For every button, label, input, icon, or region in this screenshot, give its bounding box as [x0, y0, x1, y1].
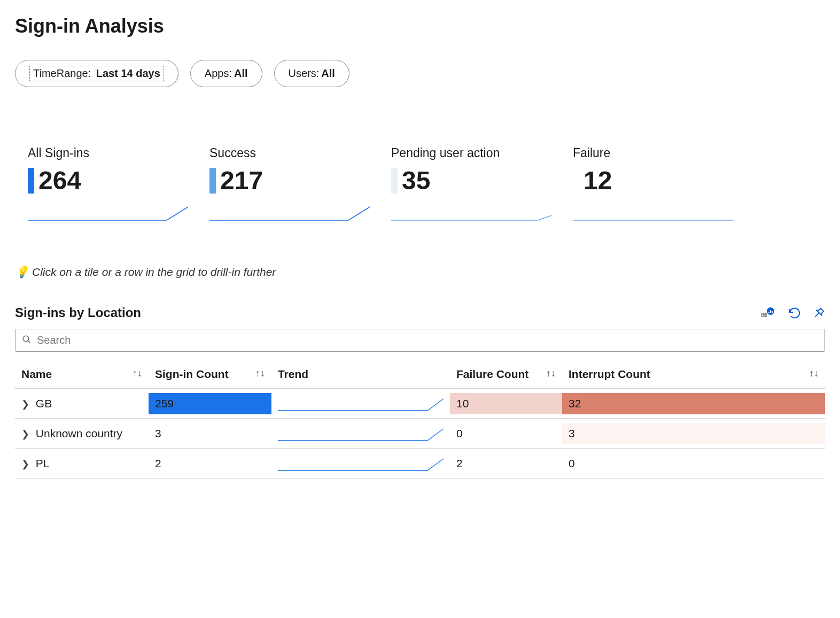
- svg-rect-4: [763, 315, 765, 317]
- hint-row: 💡 Click on a tile or a row in the grid t…: [15, 266, 825, 279]
- filter-users-value: All: [321, 67, 335, 80]
- tile-bar-icon: [209, 168, 216, 194]
- svg-line-11: [28, 341, 30, 343]
- filter-bar: TimeRange: Last 14 days Apps: All Users:…: [15, 60, 825, 87]
- lightbulb-icon: 💡: [15, 266, 29, 279]
- filter-apps-label: Apps:: [205, 67, 232, 80]
- filter-timerange-label: TimeRange:: [33, 67, 91, 79]
- tile-bar-icon: [391, 168, 398, 194]
- hint-text: Click on a tile or a row in the grid to …: [32, 266, 276, 279]
- cell-interrupt-count: 0: [562, 449, 825, 478]
- filter-apps[interactable]: Apps: All: [190, 60, 262, 87]
- tile-label: All Sign-ins: [28, 146, 188, 160]
- tile-value: 264: [38, 166, 81, 195]
- cell-trend: [271, 389, 450, 419]
- tile-failure[interactable]: Failure 12: [573, 146, 733, 223]
- table-row[interactable]: ❯ PL220: [15, 449, 825, 478]
- insights-icon[interactable]: [761, 307, 775, 319]
- cell-failure-count: 2: [450, 449, 562, 478]
- svg-rect-8: [770, 310, 771, 313]
- cell-trend: [271, 449, 450, 478]
- chevron-right-icon[interactable]: ❯: [21, 459, 29, 469]
- sparkline-icon: [209, 206, 370, 221]
- filter-timerange-value: Last 14 days: [96, 67, 160, 79]
- tile-success[interactable]: Success 217: [209, 146, 370, 223]
- cell-signin-count: 3: [149, 419, 271, 449]
- filter-users-label: Users:: [289, 67, 320, 80]
- undo-icon[interactable]: [788, 306, 800, 319]
- col-interrupt-count[interactable]: Interrupt Count ↑↓: [562, 360, 825, 389]
- cell-failure-count: 10: [450, 389, 562, 419]
- table-row[interactable]: ❯ Unknown country303: [15, 419, 825, 449]
- col-trend[interactable]: Trend: [271, 360, 450, 389]
- tile-bar-icon: [573, 168, 579, 194]
- col-failure-count[interactable]: Failure Count ↑↓: [450, 360, 562, 389]
- summary-tiles: All Sign-ins 264 Success 217 Pending use…: [15, 146, 825, 223]
- page-title: Sign-in Analysis: [15, 15, 825, 37]
- sparkline-icon: [391, 206, 551, 221]
- svg-point-10: [23, 336, 29, 342]
- cell-name: ❯ Unknown country: [15, 419, 149, 449]
- svg-rect-5: [765, 315, 767, 317]
- table-row[interactable]: ❯ GB2591032: [15, 389, 825, 419]
- section-title: Sign-ins by Location: [15, 305, 141, 320]
- tile-bar-icon: [28, 168, 34, 194]
- svg-rect-9: [772, 311, 773, 313]
- svg-rect-0: [761, 313, 763, 315]
- chevron-right-icon[interactable]: ❯: [21, 399, 29, 410]
- col-name[interactable]: Name ↑↓: [15, 360, 149, 389]
- tile-label: Success: [209, 146, 370, 160]
- tile-label: Failure: [573, 146, 733, 160]
- col-signin-count[interactable]: Sign-in Count ↑↓: [149, 360, 271, 389]
- tile-value: 12: [584, 166, 612, 195]
- cell-signin-count: 259: [149, 389, 271, 419]
- chevron-right-icon[interactable]: ❯: [21, 429, 29, 439]
- search-input[interactable]: [36, 334, 818, 347]
- search-box[interactable]: [15, 329, 825, 352]
- cell-name: ❯ GB: [15, 389, 149, 419]
- cell-failure-count: 0: [450, 419, 562, 449]
- svg-rect-1: [763, 313, 765, 315]
- tile-all-signins[interactable]: All Sign-ins 264: [28, 146, 188, 223]
- location-table: Name ↑↓ Sign-in Count ↑↓ Trend Failure C…: [15, 360, 825, 478]
- cell-interrupt-count: 32: [562, 389, 825, 419]
- sort-icon: ↑↓: [809, 368, 819, 379]
- filter-users[interactable]: Users: All: [274, 60, 349, 87]
- cell-signin-count: 2: [149, 449, 271, 478]
- sort-icon: ↑↓: [133, 368, 142, 379]
- sort-icon: ↑↓: [255, 368, 265, 379]
- tile-label: Pending user action: [391, 146, 551, 160]
- tile-value: 35: [402, 166, 430, 195]
- sort-icon: ↑↓: [546, 368, 556, 379]
- svg-rect-7: [768, 312, 769, 313]
- cell-name: ❯ PL: [15, 449, 149, 478]
- cell-trend: [271, 419, 450, 449]
- tile-pending[interactable]: Pending user action 35: [391, 146, 551, 223]
- tile-value: 217: [220, 166, 263, 195]
- pin-icon[interactable]: [813, 307, 825, 319]
- sparkline-icon: [573, 206, 733, 221]
- cell-interrupt-count: 3: [562, 419, 825, 449]
- svg-rect-2: [765, 313, 767, 315]
- filter-apps-value: All: [234, 67, 248, 80]
- sparkline-icon: [28, 206, 188, 221]
- search-icon: [22, 335, 32, 346]
- svg-rect-3: [761, 315, 763, 317]
- filter-timerange[interactable]: TimeRange: Last 14 days: [15, 60, 178, 87]
